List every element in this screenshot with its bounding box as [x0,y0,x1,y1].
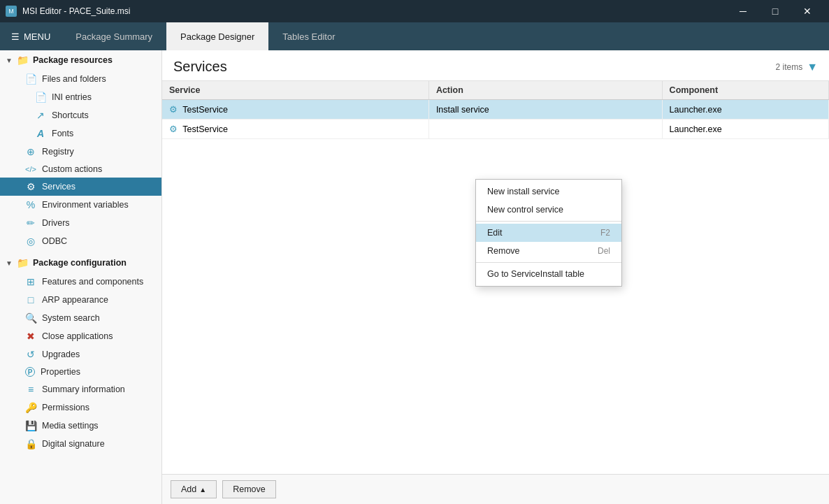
service-cell: ⚙ TestService [162,100,428,120]
ctx-remove[interactable]: Remove Del [476,242,621,260]
env-vars-icon: % [25,199,36,210]
table-row[interactable]: ⚙ TestService Launcher.exe [162,120,829,139]
titlebar-left: M MSI Editor - PACE_Suite.msi [6,6,131,17]
sidebar-item-ini-entries[interactable]: 📄 INI entries [0,88,161,106]
remove-shortcut: Del [598,246,610,256]
chevron-down-icon: ▼ [6,259,13,267]
hamburger-icon: ☰ [11,31,20,42]
sidebar-item-shortcuts[interactable]: ↗ Shortcuts [0,106,161,124]
service-cell: ⚙ TestService [162,120,428,139]
folder-icon-config: 📁 [17,257,29,268]
sidebar-item-close-applications[interactable]: ✖ Close applications [0,327,161,345]
summary-icon: ≡ [25,384,36,395]
sidebar-item-features-components[interactable]: ⊞ Features and components [0,273,161,291]
sidebar-item-files-folders[interactable]: 📄 Files and folders [0,70,161,88]
topnav: ☰ MENU Package Summary Package Designer … [0,22,829,50]
ctx-edit[interactable]: Edit F2 [476,224,621,242]
media-icon: 💾 [25,420,36,431]
folder-icon: 📁 [17,55,29,66]
sidebar-item-permissions[interactable]: 🔑 Permissions [0,398,161,417]
gear-icon: ⚙ [169,124,178,134]
items-count-label: 2 items [775,62,802,72]
table-area: Service Action Component ⚙ TestService I… [162,81,829,474]
services-icon: ⚙ [25,181,36,192]
odbc-icon: ◎ [25,236,36,247]
tab-package-summary[interactable]: Package Summary [62,22,166,50]
sidebar-group-package-resources[interactable]: ▼ 📁 Package resources [0,50,161,70]
file-icon: 📄 [25,73,36,85]
titlebar-title: MSI Editor - PACE_Suite.msi [22,6,131,16]
digital-sig-icon: 🔒 [25,438,36,449]
ini-icon: 📄 [35,92,46,103]
services-table: Service Action Component ⚙ TestService I… [162,81,829,139]
registry-icon: ⊕ [25,146,36,157]
sidebar-item-properties[interactable]: P Properties [0,363,161,380]
table-row[interactable]: ⚙ TestService Install service Launcher.e… [162,100,829,120]
custom-actions-icon: </> [25,165,36,173]
sidebar-item-environment-variables[interactable]: % Environment variables [0,196,161,214]
properties-icon: P [25,367,35,377]
edit-shortcut: F2 [600,228,610,238]
group-label-package-configuration: Package configuration [33,258,127,268]
upgrades-icon: ↺ [25,349,36,360]
page-title: Services [173,59,227,75]
sidebar-item-arp-appearance[interactable]: □ ARP appearance [0,291,161,309]
tab-tables-editor[interactable]: Tables Editor [268,22,349,50]
main-layout: ▼ 📁 Package resources 📄 Files and folder… [0,50,829,504]
col-service: Service [162,81,428,100]
arp-icon: □ [25,294,36,305]
action-cell [428,120,662,139]
remove-button[interactable]: Remove [222,480,276,498]
dropdown-arrow-icon: ▲ [199,486,206,494]
add-button[interactable]: Add ▲ [171,480,217,498]
ctx-separator-1 [476,221,621,222]
sidebar-item-fonts[interactable]: A Fonts [0,124,161,143]
sidebar-item-system-search[interactable]: 🔍 System search [0,309,161,327]
filter-icon[interactable]: ▼ [807,61,818,73]
action-cell: Install service [428,100,662,120]
menu-label: MENU [24,31,50,42]
features-icon: ⊞ [25,276,36,287]
component-cell: Launcher.exe [662,120,828,139]
shortcut-icon: ↗ [35,110,46,121]
context-menu: New install service New control service … [475,179,622,287]
ctx-separator-2 [476,262,621,263]
group-label-package-resources: Package resources [33,55,113,65]
ctx-goto-table[interactable]: Go to ServiceInstall table [476,265,621,283]
ctx-new-control-service[interactable]: New control service [476,201,621,219]
maximize-button[interactable]: □ [759,0,791,22]
drivers-icon: ✏ [25,217,36,229]
ctx-new-install-service[interactable]: New install service [476,182,621,201]
sidebar-item-drivers[interactable]: ✏ Drivers [0,214,161,232]
app-icon: M [6,6,17,17]
sidebar-item-upgrades[interactable]: ↺ Upgrades [0,345,161,363]
main-header: Services 2 items ▼ [162,50,829,81]
main-content: Services 2 items ▼ Service Action Compon… [162,50,829,504]
sidebar-item-registry[interactable]: ⊕ Registry [0,143,161,161]
sidebar-item-services[interactable]: ⚙ Services [0,178,161,196]
permissions-icon: 🔑 [25,402,36,413]
search-icon: 🔍 [25,312,36,324]
component-cell: Launcher.exe [662,100,828,120]
sidebar-item-summary-information[interactable]: ≡ Summary information [0,380,161,398]
tab-package-designer[interactable]: Package Designer [166,22,268,50]
sidebar-group-package-configuration[interactable]: ▼ 📁 Package configuration [0,253,161,273]
font-icon: A [35,128,46,139]
chevron-down-icon: ▼ [6,57,13,64]
items-count-area: 2 items ▼ [775,61,818,73]
close-apps-icon: ✖ [25,331,36,342]
bottom-bar: Add ▲ Remove [162,474,829,504]
sidebar-item-custom-actions[interactable]: </> Custom actions [0,161,161,178]
col-component: Component [662,81,828,100]
sidebar-item-odbc[interactable]: ◎ ODBC [0,232,161,250]
titlebar: M MSI Editor - PACE_Suite.msi ─ □ ✕ [0,0,829,22]
gear-icon: ⚙ [169,105,178,115]
titlebar-controls: ─ □ ✕ [727,0,823,22]
sidebar-item-media-settings[interactable]: 💾 Media settings [0,417,161,435]
close-button[interactable]: ✕ [791,0,823,22]
minimize-button[interactable]: ─ [727,0,759,22]
sidebar: ▼ 📁 Package resources 📄 Files and folder… [0,50,162,504]
menu-button[interactable]: ☰ MENU [0,22,62,50]
col-action: Action [428,81,662,100]
sidebar-item-digital-signature[interactable]: 🔒 Digital signature [0,435,161,453]
